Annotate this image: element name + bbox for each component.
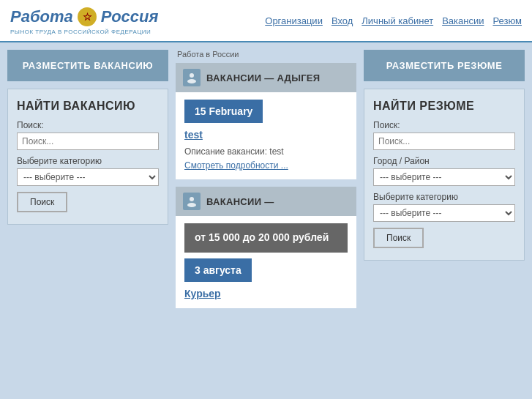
nav-organizations[interactable]: Организации <box>265 15 323 26</box>
vacancy-header-1: ВАКАНСИИ — АДЫГЕЯ <box>176 63 356 92</box>
main-content: РАЗМЕСТИТЬ ВАКАНСИЮ НАЙТИ ВАКАНСИЮ Поиск… <box>0 42 532 399</box>
find-resume-title: НАЙТИ РЕЗЮМЕ <box>373 100 515 113</box>
vacancy-header-icon-2 <box>183 193 201 210</box>
resume-search-input[interactable] <box>373 133 515 150</box>
logo-emblem-icon: ☆ <box>76 6 98 28</box>
vacancy-section-2: ВАКАНСИИ — от 15 000 до 20 000 рублей 3 … <box>176 187 356 308</box>
logo-row: Работа ☆ Россия <box>10 6 158 28</box>
vacancy-search-input[interactable] <box>17 133 159 150</box>
find-vacancy-box: НАЙТИ ВАКАНСИЮ Поиск: Выберите категорию… <box>7 89 168 225</box>
nav-vacancies[interactable]: Вакансии <box>442 15 484 26</box>
vacancy-more-link-1[interactable]: Смотреть подробности ... <box>184 160 288 171</box>
center-column: Работа в России ВАКАНСИИ — АДЫГЕЯ 15 Feb… <box>176 50 356 394</box>
vacancy-title-1[interactable]: test <box>184 129 348 141</box>
logo-subtitle: РЫНОК ТРУДА В РОССИЙСКОЙ ФЕДЕРАЦИИ <box>10 29 158 35</box>
find-vacancy-title: НАЙТИ ВАКАНСИЮ <box>17 100 159 113</box>
vacancy-desc-1: Описание вакансии: test <box>184 146 348 157</box>
vacancy-category-select[interactable]: --- выберите --- <box>17 168 159 186</box>
vacancy-header-icon-1 <box>183 69 201 86</box>
svg-text:☆: ☆ <box>82 11 91 23</box>
vacancy-category-label: Выберите категорию <box>17 156 159 166</box>
breadcrumb: Работа в России <box>176 50 356 59</box>
person-icon <box>186 72 198 83</box>
resume-search-button[interactable]: Поиск <box>373 228 424 248</box>
logo-block: Работа ☆ Россия РЫНОК ТРУДА В РОССИЙСКОЙ… <box>10 6 158 35</box>
vacancy-header-2: ВАКАНСИИ — <box>176 187 356 216</box>
resume-city-label: Город / Район <box>373 156 515 166</box>
resume-category-label: Выберите категорию <box>373 192 515 202</box>
place-resume-button[interactable]: РАЗМЕСТИТЬ РЕЗЮМЕ <box>364 50 525 81</box>
vacancy-section-1: ВАКАНСИИ — АДЫГЕЯ 15 February test Описа… <box>176 63 356 179</box>
svg-point-3 <box>187 79 196 83</box>
nav-links: Организации Вход Личный кабинет Вакансии… <box>265 15 522 26</box>
page-header: Работа ☆ Россия РЫНОК ТРУДА В РОССИЙСКОЙ… <box>0 0 532 42</box>
vacancy-body-1: 15 February test Описание вакансии: test… <box>176 92 356 179</box>
place-vacancy-button[interactable]: РАЗМЕСТИТЬ ВАКАНСИЮ <box>7 50 168 81</box>
vacancy-section-1-title: ВАКАНСИИ — АДЫГЕЯ <box>206 72 320 83</box>
person-icon-2 <box>186 195 198 207</box>
svg-point-4 <box>190 197 194 201</box>
resume-category-select[interactable]: --- выберите --- <box>373 204 515 222</box>
vacancy-section-2-title: ВАКАНСИИ — <box>206 196 274 207</box>
find-resume-box: НАЙТИ РЕЗЮМЕ Поиск: Город / Район --- вы… <box>364 89 525 261</box>
vacancy-date-1[interactable]: 15 February <box>184 100 263 123</box>
vacancy-title-2[interactable]: Курьер <box>184 288 348 299</box>
vacancy-salary-2: от 15 000 до 20 000 рублей <box>184 223 348 253</box>
right-column: РАЗМЕСТИТЬ РЕЗЮМЕ НАЙТИ РЕЗЮМЕ Поиск: Го… <box>364 50 525 394</box>
resume-city-select[interactable]: --- выберите --- <box>373 168 515 186</box>
left-column: РАЗМЕСТИТЬ ВАКАНСИЮ НАЙТИ ВАКАНСИЮ Поиск… <box>7 50 168 394</box>
nav-resumes[interactable]: Резюм <box>492 15 522 26</box>
resume-search-label: Поиск: <box>373 120 515 130</box>
vacancy-date-2[interactable]: 3 августа <box>184 258 252 282</box>
nav-cabinet[interactable]: Личный кабинет <box>361 15 433 26</box>
logo-text-russia: Россия <box>101 7 159 26</box>
logo-text-rabota: Работа <box>10 7 73 26</box>
svg-point-5 <box>187 203 196 207</box>
svg-point-2 <box>190 73 194 78</box>
nav-login[interactable]: Вход <box>331 15 353 26</box>
vacancy-search-label: Поиск: <box>17 120 159 130</box>
vacancy-search-button[interactable]: Поиск <box>17 192 67 212</box>
vacancy-body-2: от 15 000 до 20 000 рублей 3 августа Кур… <box>176 216 356 308</box>
